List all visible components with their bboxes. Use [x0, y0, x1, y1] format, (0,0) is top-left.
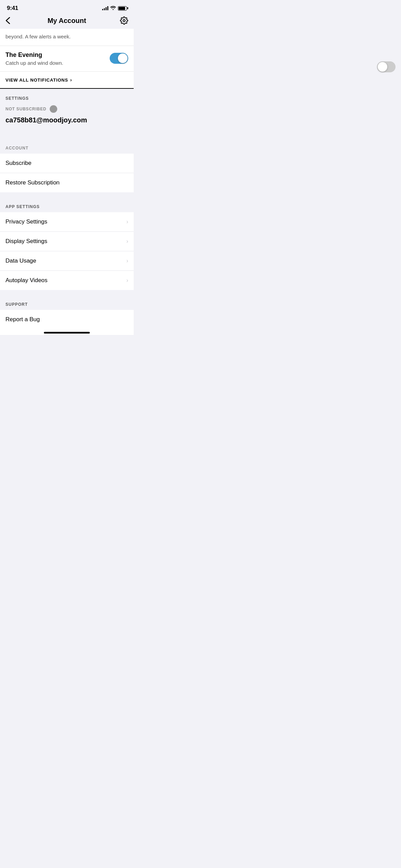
- data-usage-item[interactable]: Data Usage ›: [0, 251, 134, 271]
- partial-description-text: beyond. A few alerts a week.: [5, 34, 71, 39]
- home-indicator: [44, 332, 90, 334]
- restore-subscription-label: Restore Subscription: [5, 179, 60, 186]
- content-area: beyond. A few alerts a week. The Evening…: [0, 29, 134, 329]
- page-title: My Account: [19, 17, 114, 25]
- privacy-settings-chevron-icon: ›: [126, 219, 128, 225]
- subscribe-label: Subscribe: [5, 160, 32, 167]
- subscription-status-dot: [50, 105, 57, 113]
- support-section-header: SUPPORT: [0, 298, 134, 310]
- restore-subscription-item[interactable]: Restore Subscription: [0, 173, 134, 192]
- privacy-settings-label: Privacy Settings: [5, 218, 47, 225]
- view-all-chevron-icon: ›: [70, 77, 72, 83]
- settings-label: SETTINGS: [5, 96, 29, 101]
- support-label: SUPPORT: [5, 302, 28, 307]
- evening-title: The Evening: [5, 51, 63, 59]
- back-button[interactable]: [5, 17, 19, 24]
- support-list-group: Report a Bug: [0, 310, 134, 329]
- status-icons: [102, 5, 127, 11]
- not-subscribed-label: NOT SUBSCRIBED: [5, 107, 46, 111]
- display-settings-label: Display Settings: [5, 238, 47, 245]
- view-all-notifications-link[interactable]: VIEW ALL NOTIFICATIONS ›: [0, 72, 134, 88]
- account-gap: [0, 130, 134, 138]
- app-settings-section-header: APP SETTINGS: [0, 201, 134, 212]
- report-bug-label: Report a Bug: [5, 316, 40, 323]
- app-settings-label: APP SETTINGS: [5, 204, 40, 209]
- display-settings-item[interactable]: Display Settings ›: [0, 232, 134, 251]
- evening-notification-row: The Evening Catch up and wind down.: [0, 46, 134, 72]
- settings-section-header: SETTINGS: [0, 89, 134, 104]
- email-address: ca758b81@moodjoy.com: [0, 116, 134, 130]
- battery-icon: [118, 6, 127, 11]
- subscription-status-row: NOT SUBSCRIBED: [0, 104, 134, 116]
- app-settings-gap: [0, 192, 134, 201]
- evening-description: Catch up and wind down.: [5, 60, 63, 66]
- display-settings-chevron-icon: ›: [126, 238, 128, 244]
- wifi-icon: [110, 5, 116, 11]
- data-usage-label: Data Usage: [5, 257, 36, 264]
- view-all-label: VIEW ALL NOTIFICATIONS: [5, 77, 68, 83]
- signal-icon: [102, 6, 108, 10]
- evening-toggle[interactable]: [110, 53, 128, 64]
- bottom-bar: [0, 329, 134, 335]
- status-time: 9:41: [7, 5, 18, 12]
- status-bar: 9:41: [0, 0, 134, 14]
- report-bug-item[interactable]: Report a Bug: [0, 310, 134, 329]
- support-gap: [0, 290, 134, 298]
- account-section-header: ACCOUNT: [0, 138, 134, 154]
- autoplay-videos-label: Autoplay Videos: [5, 277, 48, 284]
- autoplay-videos-chevron-icon: ›: [126, 277, 128, 284]
- gear-button[interactable]: [114, 16, 128, 25]
- account-label: ACCOUNT: [5, 146, 28, 150]
- privacy-settings-item[interactable]: Privacy Settings ›: [0, 212, 134, 232]
- autoplay-videos-item[interactable]: Autoplay Videos ›: [0, 271, 134, 290]
- app-settings-list-group: Privacy Settings › Display Settings › Da…: [0, 212, 134, 290]
- account-list-group: Subscribe Restore Subscription: [0, 154, 134, 192]
- nav-bar: My Account: [0, 14, 134, 29]
- subscribe-item[interactable]: Subscribe: [0, 154, 134, 173]
- partial-top-section: beyond. A few alerts a week.: [0, 29, 134, 46]
- data-usage-chevron-icon: ›: [126, 258, 128, 264]
